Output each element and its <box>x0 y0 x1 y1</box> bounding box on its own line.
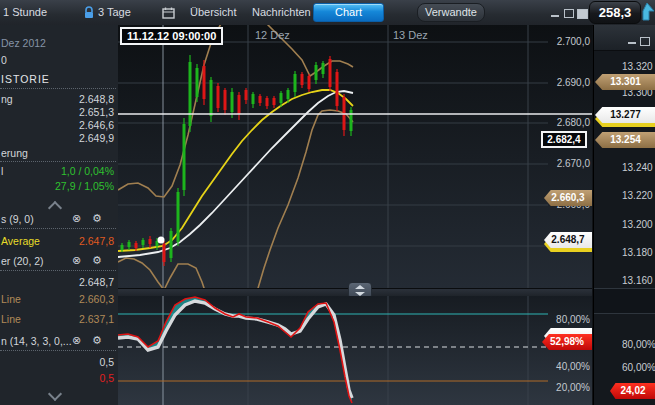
last-price-box: 2.682,4 <box>541 131 587 148</box>
secondary-price-flag: 13.254 <box>595 132 655 148</box>
sidebar-row: 0,5 <box>0 356 118 369</box>
secondary-toolbar <box>594 25 655 51</box>
sidebar-row-label: Line <box>1 293 21 306</box>
sidebar-row: 27,9 / 1,05% <box>0 180 118 193</box>
sidebar-row-label: 0 <box>1 54 7 67</box>
legend-sidebar: Dez 20120ISTORIEng2.648,82.651,32.646,62… <box>0 25 119 405</box>
date-label-12dez: 12 Dez <box>255 29 290 41</box>
sidebar-row-label: s (9, 0) <box>1 213 34 226</box>
quote-value[interactable]: 258,3 <box>589 1 641 24</box>
oscillator-axis-label: 20,00% <box>556 382 590 394</box>
secondary-percent-label: 60,00% <box>622 362 655 374</box>
timeframe-label[interactable]: 1 Stunde <box>3 0 47 25</box>
indicator-flag: 2.648,7 <box>544 232 592 248</box>
sidebar-row-value: 2.651,3 <box>79 106 114 119</box>
secondary-price-label: 13.160 <box>622 275 653 287</box>
sidebar-row-label: Average <box>1 235 40 248</box>
tab-nachrichten[interactable]: Nachrichten <box>252 0 311 25</box>
secondary-price-label: 13.240 <box>622 162 653 174</box>
sidebar-row: s (9, 0)⊗⚙ <box>0 213 118 226</box>
sidebar-row-label: l <box>1 165 3 178</box>
oscillator-axis-label: 80,00% <box>556 314 590 326</box>
sidebar-row-label: ISTORIE <box>1 73 50 86</box>
remove-indicator-icon[interactable]: ⊗ <box>72 334 81 347</box>
sidebar-row-value: 2.647,8 <box>79 235 114 248</box>
sidebar-row: n (14, 3, 3, 0,...⊗⚙ <box>0 335 118 348</box>
sidebar-scroll-down-icon[interactable] <box>50 386 62 398</box>
secondary-price-label: 13.220 <box>622 190 653 202</box>
sidebar-row: ISTORIE <box>0 73 118 86</box>
price-axis-label: 2.670,0 <box>557 158 590 170</box>
indicator-settings-icon[interactable]: ⚙ <box>92 212 102 225</box>
tab-chart[interactable]: Chart <box>313 3 384 22</box>
sidebar-separator <box>0 350 116 351</box>
sidebar-row-value: 0,5 <box>99 356 114 369</box>
stochastic-plot[interactable] <box>118 296 592 405</box>
range-label[interactable]: 3 Tage <box>98 0 131 25</box>
lock-icon[interactable] <box>84 6 94 19</box>
sidebar-row-value: 2.648,7 <box>79 276 114 289</box>
sidebar-row: 2.649,9 <box>0 132 118 145</box>
tab-verwandte[interactable]: Verwandte <box>417 3 485 22</box>
price-axis-label: 2.680,0 <box>557 117 590 129</box>
secondary-price-label: 13.320 <box>622 61 653 73</box>
secondary-oscillator-flag: 24,02 <box>610 383 655 399</box>
sidebar-row: Line2.660,3 <box>0 293 118 306</box>
sidebar-row: l1,0 / 0,04% <box>0 165 118 178</box>
sidebar-scroll-up-icon[interactable] <box>50 197 62 209</box>
sidebar-row-label: ng <box>1 93 13 106</box>
remove-indicator-icon[interactable]: ⊗ <box>72 212 81 225</box>
indicator-settings-icon[interactable]: ⚙ <box>92 334 102 347</box>
sidebar-row: 0 <box>0 54 118 67</box>
quote-up-arrow-icon <box>640 2 655 22</box>
sidebar-row-label: Dez 2012 <box>1 37 46 50</box>
sidebar-row: ng2.648,8 <box>0 93 118 106</box>
secondary-price-label: 13.180 <box>622 247 653 259</box>
main-chart[interactable]: 11.12.12 09:00:00 12 Dez 13 Dez 2.682,4 … <box>118 25 592 288</box>
sidebar-row-value: 2.646,6 <box>79 119 114 132</box>
candlestick-plot[interactable] <box>118 25 592 288</box>
splitter-up-icon <box>355 285 365 289</box>
indicator-settings-icon[interactable]: ⚙ <box>92 254 102 267</box>
toolbar: 1 Stunde 3 Tage Übersicht Nachrichten Ch… <box>0 0 655 26</box>
price-axis-label: 2.700,0 <box>557 36 590 48</box>
sidebar-separator <box>0 228 116 229</box>
secondary-price-flag: 13.277 <box>595 107 655 123</box>
restore-icon[interactable] <box>640 37 650 46</box>
sidebar-row-value: 2.637,1 <box>79 313 114 326</box>
sidebar-row: 2.648,7 <box>0 276 118 289</box>
sidebar-row-value: 27,9 / 1,05% <box>55 180 114 193</box>
sidebar-row-value: 1,0 / 0,04% <box>61 165 114 178</box>
sidebar-row-label: erung <box>1 147 28 160</box>
secondary-price-flag: 13.301 <box>595 74 655 90</box>
stochastic-panel[interactable]: 80,00%40,00%20,00%52,98% <box>118 296 592 405</box>
sidebar-separator <box>0 270 116 271</box>
sidebar-row-value: 2.648,8 <box>79 93 114 106</box>
sidebar-row: Line2.637,1 <box>0 313 118 326</box>
trading-app-window: 1 Stunde 3 Tage Übersicht Nachrichten Ch… <box>0 0 655 405</box>
minimize-icon[interactable] <box>628 42 636 44</box>
sidebar-row: 0,5 <box>0 372 118 385</box>
oscillator-axis-label: 40,00% <box>556 361 590 373</box>
sidebar-row-value: 0,5 <box>99 372 114 385</box>
secondary-panel-divider <box>594 288 655 314</box>
restore-icon[interactable] <box>564 9 574 18</box>
calendar-icon[interactable] <box>162 7 175 19</box>
tab-uebersicht[interactable]: Übersicht <box>190 0 236 25</box>
date-label-13dez: 13 Dez <box>393 29 428 41</box>
sidebar-row-label: er (20, 2) <box>1 255 44 268</box>
sidebar-row-value: 2.660,3 <box>79 293 114 306</box>
secondary-percent-label: 80,00% <box>622 339 655 351</box>
sidebar-separator <box>0 88 116 89</box>
sidebar-row: Dez 2012 <box>0 37 118 50</box>
oscillator-value-flag: 52,98% <box>542 334 592 350</box>
sidebar-separator <box>0 161 116 162</box>
sidebar-row: Average2.647,8 <box>0 235 118 248</box>
remove-indicator-icon[interactable]: ⊗ <box>72 254 81 267</box>
crosshair-timestamp: 11.12.12 09:00:00 <box>120 27 223 45</box>
grid-window-icon[interactable] <box>577 9 588 19</box>
sidebar-row-label: n (14, 3, 3, 0,... <box>1 335 72 348</box>
minimize-icon[interactable] <box>551 15 559 17</box>
secondary-price-label: 13.200 <box>622 219 653 231</box>
secondary-chart-panel: 13.32013.30013.24013.22013.20013.18013.1… <box>593 25 655 405</box>
